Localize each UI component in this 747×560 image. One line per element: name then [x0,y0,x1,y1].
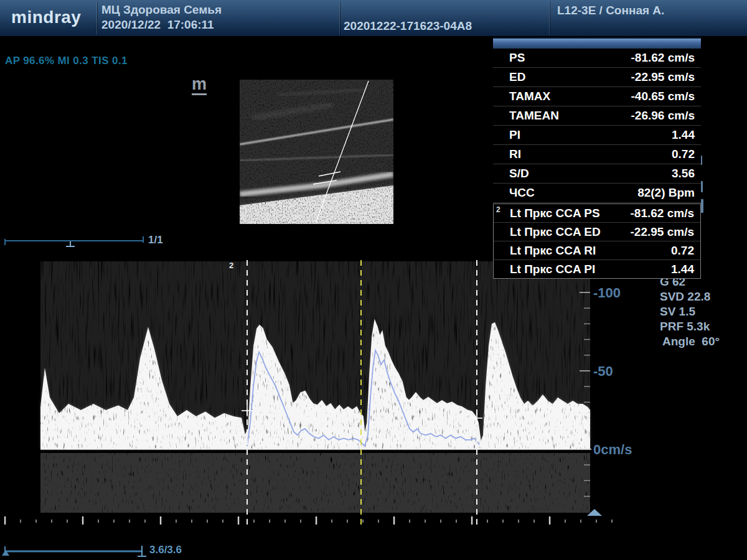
caliper-marker-index: 2 [229,261,233,270]
velocity-tick-label: 0cm/s [593,442,632,457]
named-result-row: Lt Пркс CCA RI0.72 [494,241,700,260]
measurement-marker-index: 2 [496,205,500,214]
measurement-results-panel: PS-81.62 cm/s ED-22.95 cm/s TAMAX-40.65 … [493,37,701,279]
result-row: PI1.44 [493,126,701,145]
result-row: TAMAX-40.65 cm/s [493,87,701,106]
named-measurements-group: 2 Lt Пркс CCA PS-81.62 cm/s Lt Пркс CCA … [493,203,701,279]
ultrasound-screen: mindray МЦ Здоровая Семья 2020/12/22 17:… [0,0,747,560]
result-row: ED-22.95 cm/s [493,68,701,87]
named-result-row: Lt Пркс CCA PI1.44 [494,260,700,278]
result-row: ЧСС82(2) Bpm [493,184,701,203]
velocity-tick-label: -100 [593,285,621,301]
result-row: TAMEAN-26.96 cm/s [493,106,701,126]
cine-scrollbar[interactable] [2,546,146,556]
velocity-tick-label: -50 [593,363,613,379]
named-result-row: Lt Пркс CCA ED-22.95 cm/s [494,223,700,241]
time-ruler-ticks [4,516,613,525]
result-row: PS-81.62 cm/s [493,49,701,68]
result-row: S/D3.56 [493,164,701,184]
reverse-flow-noise-band [40,453,590,513]
focus-position-marker[interactable] [66,241,75,246]
named-result-row: Lt Пркс CCA PS-81.62 cm/s [494,204,700,223]
depth-scale-bar [5,236,143,245]
result-row: RI0.72 [493,145,701,164]
panel-titlebar[interactable] [493,37,701,49]
